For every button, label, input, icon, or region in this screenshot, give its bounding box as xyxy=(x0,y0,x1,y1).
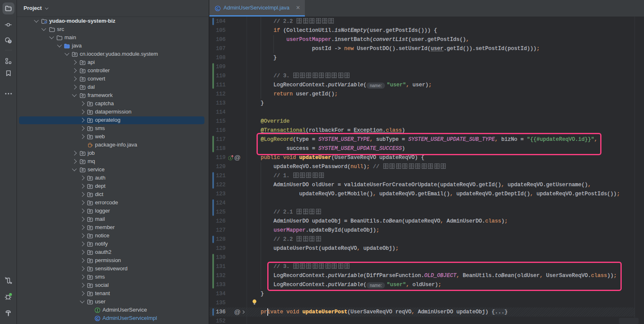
svg-text:?: ? xyxy=(9,40,11,43)
svg-text:I: I xyxy=(230,156,231,160)
